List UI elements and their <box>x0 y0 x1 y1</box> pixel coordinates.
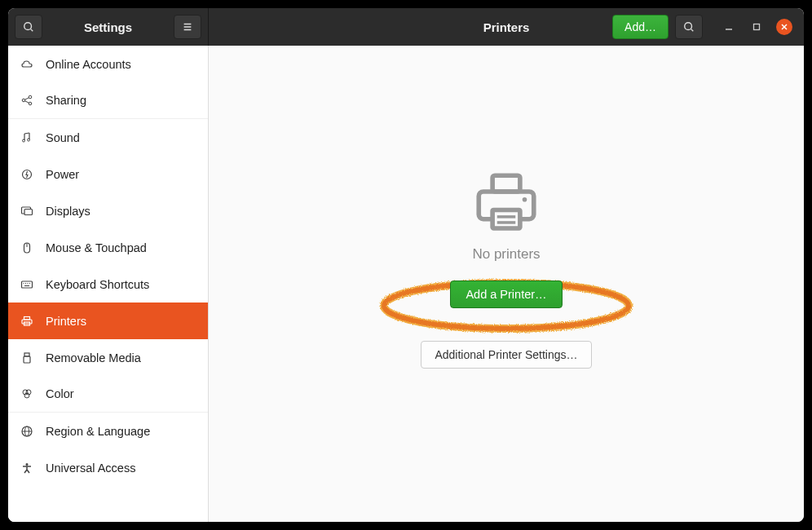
svg-line-1 <box>31 29 33 32</box>
svg-rect-47 <box>492 210 520 228</box>
titlebar: Settings Printers Add… <box>8 8 804 46</box>
sidebar-item-label: Mouse & Touchpad <box>46 241 147 254</box>
svg-point-16 <box>23 139 25 142</box>
empty-state-text: No printers <box>472 246 540 263</box>
svg-point-17 <box>28 139 30 141</box>
header-add-label: Add… <box>624 20 656 33</box>
svg-line-6 <box>691 29 694 32</box>
header-search-button[interactable] <box>675 15 703 39</box>
sidebar-item-label: Displays <box>46 205 90 218</box>
svg-point-0 <box>24 23 32 30</box>
sidebar-item-label: Universal Access <box>46 462 135 475</box>
svg-point-12 <box>29 95 32 99</box>
svg-line-14 <box>25 98 29 99</box>
sidebar-item-color[interactable]: Color <box>8 376 208 413</box>
sidebar-search-button[interactable] <box>15 15 42 39</box>
sidebar-item-label: Sound <box>46 131 80 144</box>
titlebar-right: Printers Add… <box>209 8 804 46</box>
sidebar-title: Settings <box>46 20 170 34</box>
sidebar-item-sound[interactable]: Sound <box>8 119 208 156</box>
svg-rect-32 <box>24 353 29 356</box>
window-body: Online Accounts Sharing Sound Power Disp… <box>8 46 804 522</box>
sidebar-item-label: Online Accounts <box>46 58 131 71</box>
hamburger-menu-button[interactable] <box>174 15 201 39</box>
sidebar-item-mouse[interactable]: Mouse & Touchpad <box>8 229 208 266</box>
globe-icon <box>20 424 34 439</box>
svg-line-44 <box>27 470 29 473</box>
usb-icon <box>20 351 34 365</box>
empty-state: No printers Add a Printer… Additional Pr… <box>421 166 591 369</box>
sidebar-item-label: Printers <box>46 315 86 328</box>
add-printer-label: Add a Printer… <box>466 288 546 301</box>
minimize-icon <box>725 23 733 31</box>
titlebar-left: Settings <box>8 8 209 46</box>
svg-rect-33 <box>24 356 30 363</box>
svg-rect-45 <box>492 175 520 192</box>
sidebar-item-region[interactable]: Region & Language <box>8 413 208 449</box>
maximize-icon <box>752 23 761 31</box>
printer-icon <box>20 314 34 329</box>
mouse-icon <box>20 241 34 255</box>
hamburger-icon <box>182 21 193 33</box>
close-button[interactable] <box>776 19 792 35</box>
window-controls <box>706 19 804 35</box>
sidebar-item-label: Power <box>46 168 79 181</box>
share-icon <box>20 93 34 108</box>
search-icon <box>23 21 34 33</box>
svg-point-5 <box>685 23 692 30</box>
sidebar-item-label: Sharing <box>46 94 86 107</box>
svg-line-15 <box>25 101 29 103</box>
power-icon <box>20 167 34 182</box>
color-icon <box>20 386 34 401</box>
main-content: No printers Add a Printer… Additional Pr… <box>209 46 804 522</box>
minimize-button[interactable] <box>721 19 737 35</box>
header-add-button[interactable]: Add… <box>612 15 669 39</box>
keyboard-icon <box>20 277 34 292</box>
svg-point-50 <box>523 197 527 202</box>
additional-settings-label: Additional Printer Settings… <box>435 348 577 361</box>
sidebar-item-printers[interactable]: Printers <box>8 303 208 339</box>
maximize-button[interactable] <box>748 19 765 35</box>
cloud-icon <box>20 57 34 72</box>
sidebar-item-online-accounts[interactable]: Online Accounts <box>8 46 208 82</box>
svg-rect-23 <box>22 281 33 288</box>
accessibility-icon <box>20 461 34 475</box>
svg-rect-20 <box>24 209 33 214</box>
sidebar-item-label: Color <box>46 387 74 400</box>
sidebar-item-label: Region & Language <box>46 425 150 438</box>
close-icon <box>780 23 788 31</box>
add-printer-button[interactable]: Add a Printer… <box>450 280 562 308</box>
svg-point-40 <box>26 463 29 466</box>
displays-icon <box>20 204 34 219</box>
sidebar-item-sharing[interactable]: Sharing <box>8 82 208 119</box>
search-icon <box>683 21 695 33</box>
sidebar-item-label: Removable Media <box>46 351 141 364</box>
additional-printer-settings-button[interactable]: Additional Printer Settings… <box>421 341 591 369</box>
sidebar-item-displays[interactable]: Displays <box>8 192 208 229</box>
svg-rect-8 <box>754 24 760 30</box>
sidebar-item-label: Keyboard Shortcuts <box>46 278 149 291</box>
svg-rect-30 <box>24 316 30 320</box>
sidebar-item-removable-media[interactable]: Removable Media <box>8 339 208 376</box>
settings-window: Settings Printers Add… <box>8 8 804 522</box>
sidebar-item-universal-access[interactable]: Universal Access <box>8 449 208 486</box>
music-icon <box>20 130 34 145</box>
sidebar-item-keyboard[interactable]: Keyboard Shortcuts <box>8 266 208 303</box>
svg-point-13 <box>29 102 32 105</box>
svg-point-11 <box>22 99 25 102</box>
sidebar: Online Accounts Sharing Sound Power Disp… <box>8 46 209 522</box>
sidebar-item-power[interactable]: Power <box>8 156 208 192</box>
printer-illustration-icon <box>470 166 543 243</box>
